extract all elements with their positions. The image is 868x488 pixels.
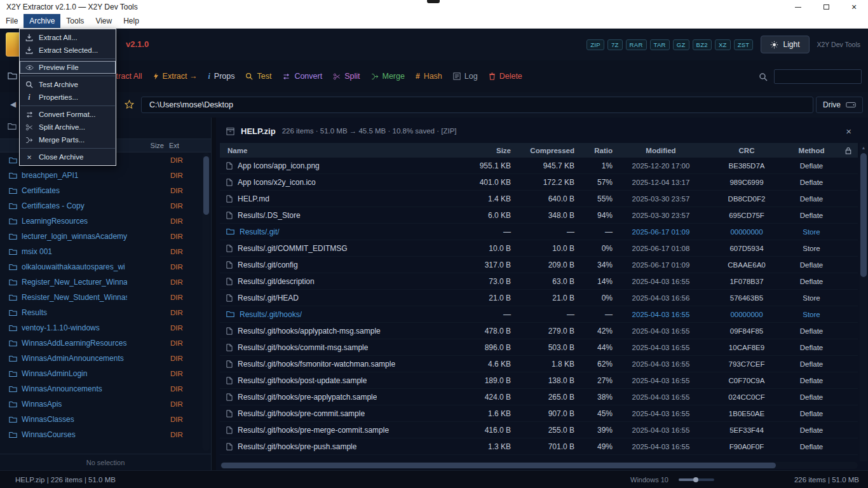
archive-row[interactable]: Results/.DS_Store6.0 KB348.0 B94%2025-03… <box>220 207 858 224</box>
left-col-ext[interactable]: Ext <box>164 142 200 149</box>
col-crc[interactable]: CRC <box>709 147 784 154</box>
menu-item-properties[interactable]: iProperties... <box>20 91 116 104</box>
entry-crc: 576463B5 <box>709 294 784 302</box>
entry-crc: 024CC0CF <box>709 393 784 401</box>
col-name[interactable]: Name <box>220 147 454 154</box>
left-col-size[interactable]: Size <box>126 142 164 149</box>
entry-ratio: 45% <box>574 409 613 418</box>
menu-item-close-archive[interactable]: ×Close Archive <box>20 151 116 163</box>
split-button[interactable]: Split <box>333 72 360 81</box>
delete-button[interactable]: Delete <box>489 72 522 81</box>
left-scrollbar-thumb[interactable] <box>203 156 209 215</box>
entry-compressed: 1.8 KB <box>511 360 574 369</box>
entry-name: HELP.md <box>238 194 269 203</box>
toolbar-search-input[interactable] <box>774 69 862 84</box>
back-button[interactable]: ◀ <box>10 100 16 108</box>
file-list-item[interactable]: LearningResourcesDIR <box>0 214 201 229</box>
menu-item-split-archive[interactable]: Split Archive... <box>20 121 116 133</box>
file-list-item[interactable]: WinnasAdminAnnouncementsDIR <box>0 351 201 366</box>
open-archive-button[interactable] <box>8 72 17 80</box>
col-size[interactable]: Size <box>454 147 511 154</box>
extract-button[interactable]: Extract → <box>153 72 198 81</box>
log-button[interactable]: Log <box>453 72 478 81</box>
file-list-item[interactable]: WinnasClassesDIR <box>0 412 201 427</box>
file-list-item[interactable]: CertificatesDIR <box>0 183 201 198</box>
archive-hscrollbar-thumb[interactable] <box>221 463 776 468</box>
maximize-button[interactable] <box>812 0 840 14</box>
file-list-item[interactable]: Certificates - CopyDIR <box>0 198 201 214</box>
menu-item-test-archive[interactable]: Test Archive <box>20 78 116 91</box>
favorite-button[interactable] <box>125 100 134 109</box>
archive-row[interactable]: Results/.git/hooks/pre-merge-commit.samp… <box>220 422 858 438</box>
archive-row[interactable]: Results/.git/hooks/———2025-04-03 16:5500… <box>220 306 858 323</box>
col-method[interactable]: Method <box>784 147 839 154</box>
archive-close-button[interactable]: × <box>846 126 851 136</box>
file-list-item[interactable]: WinnasAddLearningResourcesDIR <box>0 336 201 351</box>
path-input[interactable] <box>141 97 813 113</box>
menu-item-extract-selected[interactable]: Extract Selected... <box>20 44 116 57</box>
archive-row[interactable]: Results/.git/config317.0 B209.0 B34%2025… <box>220 257 858 273</box>
left-scrollbar[interactable] <box>203 152 210 451</box>
col-lock[interactable] <box>839 147 858 154</box>
entry-name: Results/.git/hooks/fsmonitor-watchman.sa… <box>238 360 395 369</box>
archive-row[interactable]: App Icons/x2y_icon.ico401.0 KB172.2 KB57… <box>220 174 858 191</box>
archive-vscrollbar[interactable]: ▲ <box>860 143 867 461</box>
entry-compressed: 255.0 B <box>511 426 574 435</box>
archive-row[interactable]: Results/.git/hooks/fsmonitor-watchman.sa… <box>220 356 858 372</box>
archive-row[interactable]: HELP.md1.4 KB640.0 B55%2025-03-30 23:57D… <box>220 191 858 207</box>
tree-root[interactable] <box>8 123 17 130</box>
archive-row[interactable]: Results/.git/hooks/applypatch-msg.sample… <box>220 323 858 339</box>
menu-separator <box>20 76 115 76</box>
archive-row[interactable]: Results/.git/description73.0 B63.0 B14%2… <box>220 273 858 290</box>
menu-item-extract-all[interactable]: Extract All... <box>20 31 116 44</box>
archive-vscrollbar-thumb[interactable] <box>860 153 867 277</box>
menu-tools[interactable]: Tools <box>60 14 90 28</box>
menu-archive[interactable]: Archive <box>24 14 60 28</box>
file-list-item[interactable]: ResultsDIR <box>0 305 201 320</box>
file-list-item[interactable]: WinnasApisDIR <box>0 396 201 412</box>
archive-row[interactable]: Results/.git/hooks/pre-commit.sample1.6 … <box>220 405 858 422</box>
menu-item-preview-file[interactable]: Preview File <box>20 61 116 74</box>
merge-button[interactable]: Merge <box>371 72 405 81</box>
menu-item-convert-format[interactable]: Convert Format... <box>20 108 116 121</box>
test-button[interactable]: Test <box>245 72 271 81</box>
archive-row[interactable]: Results/.git/hooks/commit-msg.sample896.… <box>220 339 858 356</box>
archive-row[interactable]: Results/.git/COMMIT_EDITMSG10.0 B10.0 B0… <box>220 240 858 257</box>
convert-button[interactable]: Convert <box>282 72 322 81</box>
close-window-button[interactable]: × <box>840 0 868 14</box>
archive-row[interactable]: Results/.git/hooks/pre-applypatch.sample… <box>220 389 858 405</box>
menu-view[interactable]: View <box>90 14 118 28</box>
scroll-up-icon[interactable]: ▲ <box>860 143 867 152</box>
menu-file[interactable]: File <box>0 14 24 28</box>
file-list-item[interactable]: WinnasAnnouncementsDIR <box>0 381 201 396</box>
file-list-item[interactable]: msix 001DIR <box>0 244 201 259</box>
col-compressed[interactable]: Compressed <box>511 147 574 154</box>
file-list-item[interactable]: olkalouwaithakaautospares_wiDIR <box>0 259 201 274</box>
file-list-item[interactable]: Resister_New_Student_WinnasDIR <box>0 290 201 305</box>
file-list-item[interactable]: WinnasCoursesDIR <box>0 427 201 442</box>
col-ratio[interactable]: Ratio <box>574 147 613 154</box>
file-list-item[interactable]: breachpen_API1DIR <box>0 168 201 183</box>
theme-toggle-button[interactable]: Light <box>761 36 809 53</box>
drive-button[interactable]: Drive <box>816 97 863 113</box>
zoom-slider[interactable] <box>679 478 714 481</box>
file-list-item[interactable]: Register_New_Lecturer_WinnasDIR <box>0 274 201 290</box>
file-list-item[interactable]: lecturer_login_winnasAcademyDIR <box>0 229 201 244</box>
archive-row[interactable]: Results/.git/HEAD21.0 B21.0 B0%2025-04-0… <box>220 290 858 306</box>
menu-help[interactable]: Help <box>118 14 145 28</box>
archive-row[interactable]: Results/.git/———2025-06-17 01:0900000000… <box>220 224 858 240</box>
props-button[interactable]: iProps <box>208 72 234 81</box>
archive-hscrollbar[interactable] <box>220 462 858 469</box>
file-list-item[interactable]: ventoy-1.1.10-windowsDIR <box>0 320 201 336</box>
archive-row[interactable]: App Icons/app_icon.png955.1 KB945.7 KB1%… <box>220 158 858 174</box>
archive-row[interactable]: Results/.git/hooks/pre-push.sample1.3 KB… <box>220 438 858 455</box>
file-list-item[interactable]: WinnasAdminLoginDIR <box>0 366 201 381</box>
hash-button[interactable]: #Hash <box>416 72 442 81</box>
minimize-button[interactable] <box>784 0 812 14</box>
menu-item-merge-parts[interactable]: Merge Parts... <box>20 133 116 146</box>
folder-icon <box>9 264 17 271</box>
col-modified[interactable]: Modified <box>613 147 709 154</box>
bolt-icon <box>153 72 159 80</box>
archive-row[interactable]: Results/.git/hooks/post-update.sample189… <box>220 372 858 389</box>
zoom-slider-knob[interactable] <box>693 477 698 482</box>
